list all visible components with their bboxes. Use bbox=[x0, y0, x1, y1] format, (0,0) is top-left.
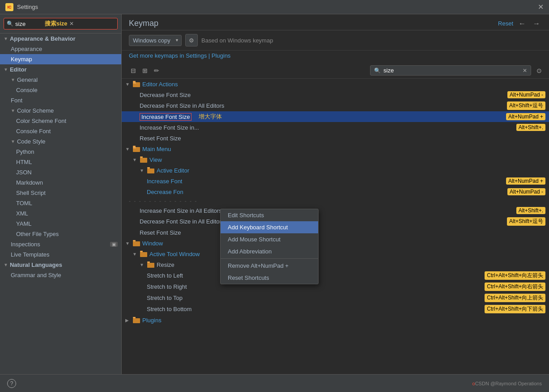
tree-row-view[interactable]: ▼ View bbox=[122, 154, 549, 165]
keymap-preset-select[interactable]: Windows copy bbox=[129, 35, 182, 46]
sidebar-item-xml[interactable]: XML bbox=[0, 208, 121, 219]
filter-clear-button[interactable]: ✕ bbox=[523, 67, 527, 74]
search-input[interactable] bbox=[15, 21, 42, 27]
context-menu-remove-alt-numpad[interactable]: Remove Alt+NumPad + bbox=[221, 260, 318, 272]
tree-row-reset-font-size[interactable]: Reset Font Size bbox=[122, 133, 549, 143]
sidebar-item-console-font[interactable]: Console Font bbox=[0, 126, 121, 136]
expand-icon: ▼ bbox=[140, 168, 147, 173]
svg-rect-7 bbox=[140, 156, 143, 158]
sidebar-item-console[interactable]: Console bbox=[0, 85, 121, 95]
svg-rect-4 bbox=[133, 147, 136, 148]
sidebar-item-python[interactable]: Python bbox=[0, 147, 121, 157]
tree-row-decrease-font-ae[interactable]: Decrease Fon Alt+NumPad - bbox=[122, 186, 549, 197]
tree-row-stretch-left[interactable]: Stretch to Left Ctrl+Alt+Shift+向左箭头 bbox=[122, 270, 549, 281]
folder-icon bbox=[132, 80, 140, 88]
tree-row-active-tool-window[interactable]: ▼ Active Tool Window bbox=[122, 249, 549, 259]
tree-row-resize[interactable]: ▼ Resize bbox=[122, 259, 549, 270]
tree-row-editor-actions[interactable]: ▼ Editor Actions bbox=[122, 79, 549, 89]
sidebar-item-json[interactable]: JSON bbox=[0, 167, 121, 177]
sidebar-item-font[interactable]: Font bbox=[0, 95, 121, 105]
keymap-preset-select-wrap[interactable]: Windows copy bbox=[129, 35, 182, 46]
context-menu-add-abbreviation[interactable]: Add Abbreviation bbox=[221, 245, 318, 257]
context-menu-add-keyboard-shortcut[interactable]: Add Keyboard Shortcut bbox=[221, 221, 318, 233]
tree-row-increase-font-size[interactable]: Increase Font Size 增大字体 Alt+NumPad + bbox=[122, 111, 549, 122]
context-menu-edit-shortcuts[interactable]: Edit Shortcuts bbox=[221, 209, 318, 221]
tree-row-reset-font-size2[interactable]: Reset Font Size bbox=[122, 227, 549, 238]
expand-icon: ▼ bbox=[125, 147, 132, 152]
svg-rect-6 bbox=[140, 158, 147, 163]
header-actions: Reset ← → bbox=[498, 20, 542, 28]
sidebar-item-code-style[interactable]: Code Style bbox=[0, 136, 121, 147]
sidebar-item-toml[interactable]: TOML bbox=[0, 198, 121, 208]
close-button[interactable]: ✕ bbox=[538, 3, 544, 11]
keymap-selector-row: Windows copy ⚙ Based on Windows keymap bbox=[122, 30, 549, 51]
more-keymaps-link[interactable]: Get more keymaps in Settings | Plugins bbox=[122, 51, 549, 63]
sidebar-item-keymap[interactable]: Keymap bbox=[0, 54, 121, 64]
tree-row-stretch-top[interactable]: Stretch to Top Ctrl+Alt+Shift+向上箭头 bbox=[122, 292, 549, 303]
edit-shortcuts-button[interactable]: ✏ bbox=[152, 66, 161, 75]
sidebar-item-shell-script[interactable]: Shell Script bbox=[0, 188, 121, 198]
svg-rect-12 bbox=[140, 252, 147, 257]
search-clear-button[interactable]: ✕ bbox=[69, 21, 74, 27]
tree-row-decrease-font-size[interactable]: Decrease Font Size Alt+NumPad - bbox=[122, 89, 549, 100]
context-menu-reset-shortcuts[interactable]: Reset Shortcuts bbox=[221, 272, 318, 284]
tree-row-active-editor[interactable]: ▼ Active Editor bbox=[122, 165, 549, 176]
watermark: oCSDN @Raymond Operations bbox=[472, 381, 542, 386]
folder-icon bbox=[147, 167, 155, 174]
shortcut-alt-shift-comma: Alt+Shift+逗号 bbox=[507, 101, 545, 110]
sidebar-item-grammar-style[interactable]: Grammar and Style bbox=[0, 270, 121, 280]
tree-row-decrease-font-size-all[interactable]: Decrease Font Size in All Editors Alt+Sh… bbox=[122, 100, 549, 111]
shortcut-search-filter[interactable]: 🔍 ✕ bbox=[370, 65, 531, 76]
sidebar-item-yaml[interactable]: YAML bbox=[0, 219, 121, 229]
tree-row-stretch-right[interactable]: Stretch to Right Ctrl+Alt+Shift+向右箭头 bbox=[122, 281, 549, 292]
forward-button[interactable]: → bbox=[531, 20, 542, 28]
sidebar-item-inspections[interactable]: Inspections ▣ bbox=[0, 239, 121, 249]
svg-rect-9 bbox=[147, 167, 150, 169]
page-title: Keymap bbox=[129, 19, 158, 28]
view-label: View bbox=[149, 156, 162, 163]
gear-button[interactable]: ⚙ bbox=[185, 34, 198, 46]
sidebar-item-natural-languages[interactable]: Natural Languages bbox=[0, 260, 121, 270]
tree-row-increase-font-size-in[interactable]: Increase Font Size in... Alt+Shift+. bbox=[122, 122, 549, 133]
tree-content: ▼ Editor Actions Decrease Font Size Alt+… bbox=[122, 79, 549, 374]
tree-row-decrease-font-all[interactable]: Decrease Font Size in All Editors Alt+Sh… bbox=[122, 216, 549, 227]
expand-all-button[interactable]: ⊞ bbox=[140, 66, 149, 75]
svg-rect-15 bbox=[147, 261, 150, 263]
search-input-wrap[interactable]: 🔍 搜索size ✕ bbox=[4, 18, 118, 30]
sidebar-item-other-file-types[interactable]: Other File Types bbox=[0, 229, 121, 239]
filter-scope-button[interactable]: ⊙ bbox=[536, 67, 542, 74]
sidebar-item-appearance-behavior[interactable]: Appearance & Behavior bbox=[0, 34, 121, 44]
sidebar-item-appearance[interactable]: Appearance bbox=[0, 44, 121, 54]
help-button[interactable]: ? bbox=[7, 379, 16, 388]
sidebar-item-markdown[interactable]: Markdown bbox=[0, 177, 121, 188]
keymap-description: Based on Windows keymap bbox=[201, 37, 273, 44]
tree-row-plugins[interactable]: ▶ Plugins bbox=[122, 315, 549, 325]
reset-button[interactable]: Reset bbox=[498, 20, 513, 27]
folder-icon bbox=[132, 240, 140, 247]
tree-row-main-menu[interactable]: ▼ Main Menu bbox=[122, 143, 549, 154]
tree-row-increase-font-all[interactable]: Increase Font Size in All Editors Alt+Sh… bbox=[122, 205, 549, 216]
sidebar-item-color-scheme-font[interactable]: Color Scheme Font bbox=[0, 116, 121, 126]
tree-row-window[interactable]: ▼ Window bbox=[122, 238, 549, 249]
expand-arrow-icon bbox=[4, 36, 8, 41]
search-filter-icon: 🔍 bbox=[374, 67, 381, 74]
sidebar-item-general[interactable]: General bbox=[0, 75, 121, 85]
sidebar-item-editor[interactable]: Editor bbox=[0, 64, 121, 75]
svg-rect-11 bbox=[133, 240, 136, 241]
chinese-hint-label: 增大字体 bbox=[199, 113, 222, 121]
main-menu-label: Main Menu bbox=[142, 146, 171, 152]
sidebar-item-live-templates[interactable]: Live Templates bbox=[0, 249, 121, 260]
expand-icon: ▼ bbox=[132, 157, 140, 162]
tree-row-stretch-bottom[interactable]: Stretch to Bottom Ctrl+Alt+Shift+向下箭头 bbox=[122, 303, 549, 315]
svg-rect-5 bbox=[133, 146, 136, 147]
expand-arrow-icon bbox=[11, 108, 15, 113]
sidebar-item-color-scheme[interactable]: Color Scheme bbox=[0, 105, 121, 116]
collapse-all-button[interactable]: ⊟ bbox=[129, 66, 138, 75]
window-label: Window bbox=[142, 240, 163, 247]
tree-row-increase-font-ae[interactable]: Increase Font Alt+NumPad + bbox=[122, 176, 549, 186]
shortcut-search-input[interactable] bbox=[383, 67, 523, 74]
back-button[interactable]: ← bbox=[517, 20, 528, 28]
search-icon: 🔍 bbox=[7, 21, 13, 27]
sidebar-item-html[interactable]: HTML bbox=[0, 157, 121, 167]
context-menu-add-mouse-shortcut[interactable]: Add Mouse Shortcut bbox=[221, 233, 318, 245]
